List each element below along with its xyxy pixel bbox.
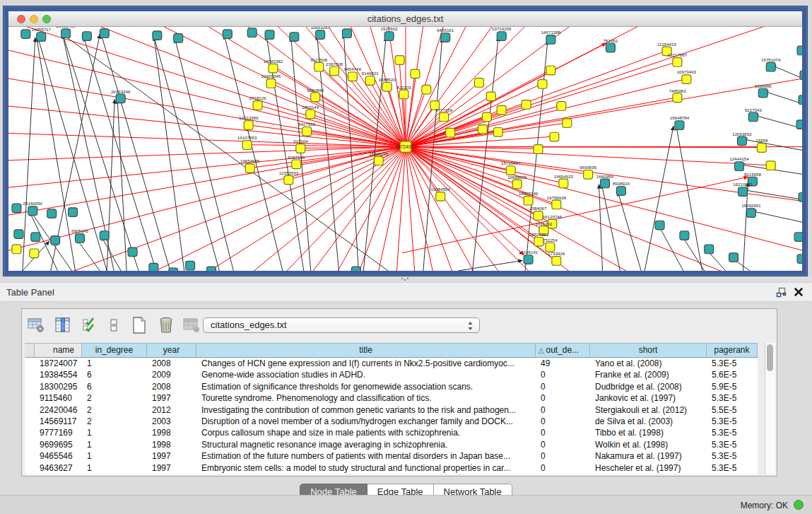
network-node[interactable] bbox=[395, 56, 404, 65]
show-columns-icon[interactable] bbox=[53, 315, 73, 335]
network-node[interactable] bbox=[69, 208, 78, 217]
network-node[interactable] bbox=[474, 78, 483, 88]
network-node[interactable] bbox=[61, 29, 71, 38]
network-node[interactable] bbox=[796, 120, 802, 129]
network-node[interactable] bbox=[365, 76, 375, 86]
network-node[interactable] bbox=[512, 180, 522, 189]
network-node[interactable] bbox=[797, 255, 802, 264]
network-node[interactable] bbox=[399, 90, 408, 99]
network-node[interactable] bbox=[296, 144, 305, 153]
network-node[interactable] bbox=[534, 238, 543, 247]
network-node[interactable] bbox=[738, 187, 747, 197]
network-node[interactable] bbox=[207, 267, 216, 271]
float-panel-icon[interactable] bbox=[776, 287, 787, 298]
delete-table-icon[interactable] bbox=[156, 315, 176, 335]
network-node[interactable] bbox=[680, 231, 689, 240]
network-node[interactable] bbox=[153, 31, 162, 40]
network-node[interactable] bbox=[100, 231, 109, 240]
network-node[interactable] bbox=[265, 30, 274, 40]
table-row[interactable]: 946554611997Estimation of the future num… bbox=[25, 450, 758, 462]
network-node[interactable] bbox=[735, 162, 744, 171]
network-node[interactable] bbox=[269, 64, 278, 73]
network-node[interactable] bbox=[482, 112, 491, 122]
network-node[interactable] bbox=[174, 34, 183, 43]
network-node[interactable] bbox=[493, 127, 502, 136]
network-node[interactable] bbox=[12, 245, 21, 254]
network-node[interactable] bbox=[82, 32, 91, 41]
network-node[interactable] bbox=[253, 101, 262, 110]
network-node[interactable] bbox=[766, 161, 775, 170]
scrollbar-thumb[interactable] bbox=[767, 344, 773, 371]
citation-network-graph[interactable]: 1405571720691406106532871527602646616110… bbox=[8, 27, 802, 271]
network-node[interactable] bbox=[116, 94, 125, 103]
network-node[interactable] bbox=[306, 110, 315, 119]
network-node[interactable] bbox=[411, 69, 420, 78]
network-node[interactable] bbox=[563, 119, 572, 128]
network-node[interactable] bbox=[47, 209, 57, 218]
panel-divider[interactable] bbox=[0, 276, 812, 283]
network-node[interactable] bbox=[290, 33, 299, 42]
network-node[interactable] bbox=[497, 105, 506, 115]
network-node[interactable] bbox=[486, 92, 495, 101]
table-row[interactable]: 1938455462009Genome-wide association stu… bbox=[25, 369, 758, 380]
network-window-titlebar[interactable]: citations_edges.txt bbox=[8, 11, 802, 27]
network-node[interactable] bbox=[21, 30, 30, 39]
network-node[interactable] bbox=[348, 72, 357, 81]
network-node[interactable] bbox=[28, 206, 37, 216]
table-row[interactable]: 946362711997Embryonic stem cells: a mode… bbox=[25, 462, 758, 474]
network-node[interactable] bbox=[330, 66, 339, 76]
table-row[interactable]: 1456911722003Disruption of a novel membe… bbox=[25, 416, 758, 427]
network-node[interactable] bbox=[797, 46, 802, 55]
network-canvas[interactable]: 1405571720691406106532871527602646616110… bbox=[8, 27, 802, 271]
network-node[interactable] bbox=[758, 88, 767, 98]
node-table[interactable]: 1872400712008Changes of HCN gene express… bbox=[25, 358, 758, 474]
network-node[interactable] bbox=[799, 95, 802, 105]
network-node[interactable] bbox=[266, 79, 276, 88]
network-node[interactable] bbox=[149, 263, 158, 271]
divider-grip[interactable] bbox=[401, 278, 409, 281]
column-header-name[interactable]: name bbox=[35, 343, 82, 358]
network-node[interactable] bbox=[382, 82, 392, 91]
network-node[interactable] bbox=[440, 112, 449, 122]
network-node[interactable] bbox=[506, 166, 515, 175]
create-table-icon[interactable] bbox=[129, 315, 149, 335]
network-node[interactable] bbox=[766, 62, 775, 71]
network-node[interactable] bbox=[186, 261, 195, 270]
network-node[interactable] bbox=[374, 156, 383, 165]
network-node[interactable] bbox=[524, 255, 533, 264]
network-node[interactable] bbox=[534, 145, 543, 154]
network-node[interactable] bbox=[524, 196, 533, 205]
network-node[interactable] bbox=[223, 30, 232, 39]
close-panel-icon[interactable] bbox=[794, 287, 804, 297]
network-node[interactable] bbox=[292, 160, 301, 169]
network-node[interactable] bbox=[546, 35, 555, 45]
network-node[interactable] bbox=[557, 102, 566, 111]
network-node[interactable] bbox=[14, 230, 23, 239]
network-node[interactable] bbox=[100, 29, 109, 38]
network-node[interactable] bbox=[384, 32, 394, 41]
network-node[interactable] bbox=[757, 144, 766, 153]
column-header-in_degree[interactable]: in_degree bbox=[82, 343, 147, 358]
network-node[interactable] bbox=[497, 32, 506, 41]
network-node[interactable] bbox=[746, 209, 755, 218]
network-node[interactable] bbox=[550, 132, 559, 141]
network-node[interactable] bbox=[546, 66, 555, 75]
network-node[interactable] bbox=[522, 100, 531, 110]
network-node[interactable] bbox=[799, 193, 802, 202]
network-node[interactable] bbox=[534, 211, 543, 221]
network-node[interactable] bbox=[316, 30, 325, 40]
column-header-year[interactable]: year bbox=[147, 343, 196, 358]
network-node[interactable] bbox=[601, 179, 610, 188]
table-row[interactable]: 969969511998Structural magnetic resonanc… bbox=[25, 439, 758, 450]
column-header-out_de[interactable]: △ out_de... bbox=[536, 343, 590, 358]
network-node[interactable] bbox=[748, 112, 758, 122]
network-node[interactable] bbox=[311, 93, 320, 102]
row-height-icon[interactable] bbox=[104, 315, 124, 335]
network-node[interactable] bbox=[247, 28, 257, 37]
network-node[interactable] bbox=[705, 245, 714, 254]
table-settings-icon[interactable] bbox=[26, 315, 46, 335]
network-node[interactable] bbox=[30, 249, 39, 258]
network-node[interactable] bbox=[441, 33, 450, 42]
network-node[interactable] bbox=[616, 187, 625, 196]
column-header-short[interactable]: short bbox=[590, 343, 707, 358]
